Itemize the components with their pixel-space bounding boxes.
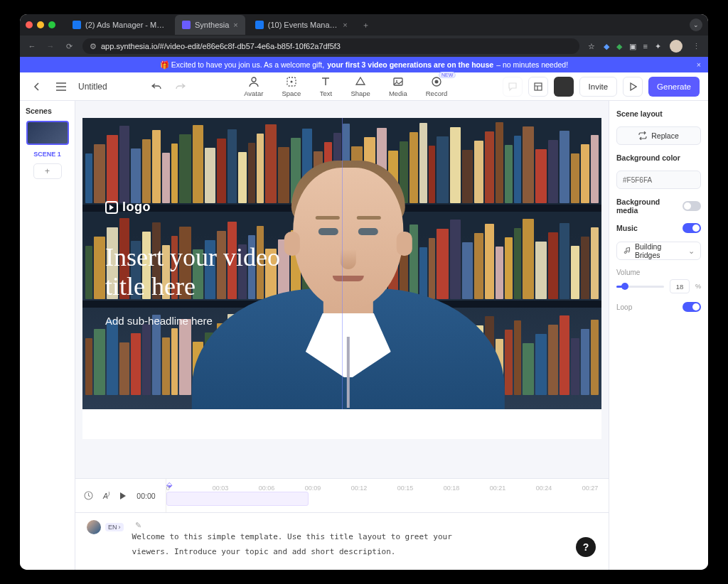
generate-button[interactable]: Generate bbox=[648, 77, 700, 97]
bg-media-label: Background media bbox=[616, 198, 682, 215]
menu-button[interactable] bbox=[53, 78, 70, 95]
volume-value[interactable]: 18 bbox=[670, 279, 690, 293]
video-frame[interactable]: logo Insert your video title here Add su… bbox=[82, 118, 601, 409]
tool-text[interactable]: Text bbox=[319, 75, 332, 97]
space-icon bbox=[285, 75, 298, 88]
script-text[interactable]: Welcome to this simple template. Use thi… bbox=[132, 530, 597, 560]
text-icon bbox=[319, 75, 332, 88]
timeline-tick: 00:06 bbox=[259, 485, 275, 492]
tool-space[interactable]: Space bbox=[282, 75, 301, 97]
preview-button[interactable] bbox=[623, 77, 643, 97]
button-label: Replace bbox=[651, 131, 679, 140]
timeline-ruler[interactable]: ⬙ 000:0300:0600:0900:1200:1500:1800:2100… bbox=[166, 479, 600, 512]
scene-thumbnail[interactable] bbox=[26, 121, 69, 145]
new-tab-button[interactable]: ＋ bbox=[358, 20, 374, 31]
loop-toggle[interactable] bbox=[682, 302, 701, 312]
timeline-tick: 00:21 bbox=[490, 485, 506, 492]
svg-point-2 bbox=[290, 81, 292, 83]
replace-layout-button[interactable]: Replace bbox=[616, 126, 701, 145]
minimize-window-icon[interactable] bbox=[37, 21, 44, 28]
back-button[interactable] bbox=[28, 78, 46, 95]
headline-text[interactable]: Insert your video title here bbox=[105, 243, 318, 302]
tool-media[interactable]: Media bbox=[389, 75, 407, 97]
text-effect-icon[interactable]: A) bbox=[103, 491, 109, 500]
bookmark-icon[interactable]: ☆ bbox=[588, 42, 595, 51]
url-input[interactable]: ⚙ app.synthesia.io/#/video-edit/e86e6c8f… bbox=[82, 38, 579, 54]
bg-media-toggle[interactable] bbox=[682, 201, 701, 211]
scenes-heading: Scenes bbox=[26, 107, 52, 115]
video-title-input[interactable] bbox=[77, 81, 141, 92]
music-track-select[interactable]: Building Bridges ⌄ bbox=[616, 242, 701, 260]
timeline-tick: 00:12 bbox=[351, 485, 368, 492]
edit-script-icon[interactable]: ✎ bbox=[135, 521, 141, 529]
user-avatar[interactable] bbox=[554, 77, 574, 97]
tabs-dropdown-icon[interactable]: ⌄ bbox=[690, 18, 702, 31]
app-toolbar: Avatar Space Text Shape Media Record bbox=[20, 72, 708, 101]
language-selector[interactable]: EN › bbox=[105, 523, 124, 531]
meta-favicon-icon bbox=[73, 21, 81, 29]
redo-icon bbox=[176, 82, 186, 91]
browser-tab-synthesia[interactable]: Synthesia × bbox=[175, 15, 245, 35]
avatar-icon bbox=[247, 75, 260, 88]
tool-label: Record bbox=[426, 90, 448, 97]
extension-icon[interactable]: ≡ bbox=[643, 42, 648, 50]
browser-addressbar: ← → ⟳ ⚙ app.synthesia.io/#/video-edit/e8… bbox=[20, 36, 708, 57]
help-button[interactable]: ? bbox=[576, 537, 596, 557]
layout-button[interactable] bbox=[528, 77, 548, 97]
profile-avatar-icon[interactable] bbox=[670, 40, 682, 53]
logo-mark-icon bbox=[105, 201, 118, 214]
layout-icon bbox=[533, 82, 543, 92]
forward-icon[interactable]: → bbox=[46, 42, 55, 50]
site-info-icon[interactable]: ⚙ bbox=[90, 42, 97, 51]
invite-button[interactable]: Invite bbox=[579, 77, 618, 97]
browser-menu-icon[interactable]: ⋮ bbox=[691, 42, 701, 51]
speaker-avatar-icon[interactable] bbox=[87, 520, 101, 534]
banner-text-suffix: – no minutes needed! bbox=[496, 60, 568, 69]
close-tab-icon[interactable]: × bbox=[233, 21, 237, 29]
volume-label: Volume bbox=[616, 269, 701, 276]
timeline[interactable]: A) 00:00 ⬙ 000:0300:0600:0900:1200:1500:… bbox=[75, 478, 609, 512]
synthesia-favicon-icon bbox=[182, 21, 191, 29]
promo-banner: 🎁 Excited to have you join us. As a welc… bbox=[20, 57, 708, 72]
percent-label: % bbox=[695, 283, 701, 290]
svg-rect-7 bbox=[535, 83, 542, 90]
tool-avatar[interactable]: Avatar bbox=[244, 75, 263, 97]
add-scene-button[interactable]: + bbox=[33, 163, 62, 179]
close-banner-icon[interactable]: × bbox=[697, 60, 701, 69]
play-icon[interactable] bbox=[119, 492, 127, 499]
timeline-tick: 00:15 bbox=[397, 485, 414, 492]
close-tab-icon[interactable]: × bbox=[343, 21, 347, 29]
music-note-icon bbox=[623, 247, 631, 255]
tool-label: Media bbox=[389, 90, 407, 97]
button-label: Generate bbox=[657, 82, 691, 91]
properties-panel: Scene layout Replace Background color #F… bbox=[609, 101, 708, 570]
text-overlay[interactable]: logo Insert your video title here Add su… bbox=[105, 200, 318, 327]
browser-tab-ads-manager[interactable]: (2) Ads Manager - Manage a… bbox=[65, 15, 172, 35]
comments-button[interactable] bbox=[503, 77, 523, 97]
music-toggle[interactable] bbox=[682, 223, 701, 233]
volume-slider[interactable] bbox=[616, 286, 664, 288]
undo-button[interactable] bbox=[148, 78, 165, 95]
maximize-window-icon[interactable] bbox=[48, 21, 55, 28]
extension-icon[interactable]: ◆ bbox=[616, 42, 622, 51]
timeline-clip[interactable] bbox=[166, 492, 309, 506]
extension-icon[interactable]: ◆ bbox=[604, 42, 609, 51]
extensions-menu-icon[interactable]: ✦ bbox=[655, 42, 661, 51]
window-controls[interactable] bbox=[26, 21, 55, 28]
close-window-icon[interactable] bbox=[26, 21, 33, 28]
meta-favicon-icon bbox=[255, 21, 264, 29]
reload-icon[interactable]: ⟳ bbox=[64, 42, 74, 51]
back-icon[interactable]: ← bbox=[27, 42, 37, 50]
redo-button[interactable] bbox=[172, 78, 189, 95]
bg-color-input[interactable]: #F5F6FA bbox=[616, 171, 701, 189]
tool-shape[interactable]: Shape bbox=[350, 75, 370, 97]
subheadline-text[interactable]: Add sub-headline here bbox=[105, 315, 318, 327]
tool-record[interactable]: Record NEW bbox=[426, 75, 448, 97]
extension-icon[interactable]: ▣ bbox=[629, 42, 636, 51]
browser-tab-events-manager[interactable]: (10) Events Manager × bbox=[248, 15, 355, 35]
tool-label: Shape bbox=[350, 90, 370, 97]
tool-label: Text bbox=[320, 90, 332, 97]
language-label: EN bbox=[108, 524, 117, 531]
video-stage[interactable]: logo Insert your video title here Add su… bbox=[82, 118, 601, 439]
tab-label: (2) Ads Manager - Manage a… bbox=[85, 21, 165, 29]
